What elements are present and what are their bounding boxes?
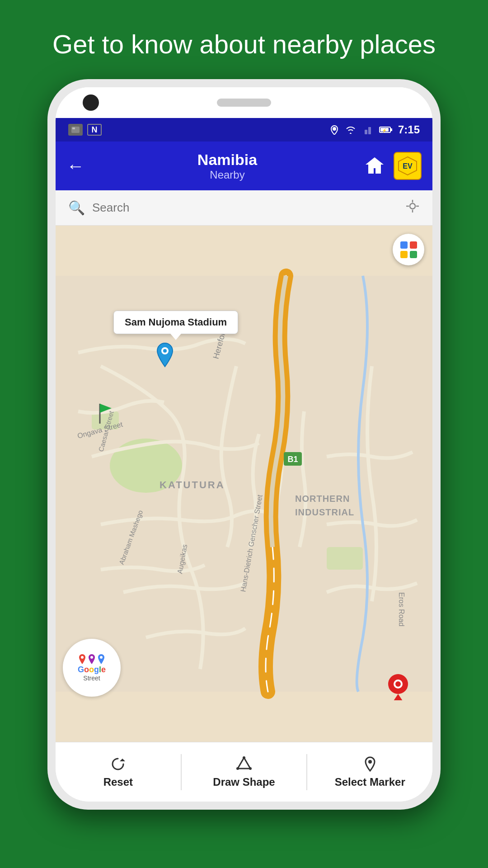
status-bar: N ⚡ 7:15 bbox=[56, 118, 432, 142]
home-button[interactable] bbox=[363, 154, 386, 179]
dot-1 bbox=[400, 241, 408, 249]
status-left-icons: N bbox=[68, 124, 102, 136]
svg-text:Eros Road: Eros Road bbox=[398, 592, 405, 627]
svg-rect-4 bbox=[365, 130, 367, 134]
draw-shape-label: Draw Shape bbox=[213, 776, 275, 788]
camera bbox=[83, 94, 99, 111]
svg-point-44 bbox=[243, 756, 245, 759]
home-icon bbox=[363, 154, 386, 177]
status-right-icons: ⚡ 7:15 bbox=[329, 123, 420, 136]
svg-point-2 bbox=[333, 127, 336, 131]
svg-rect-6 bbox=[390, 128, 392, 131]
status-time: 7:15 bbox=[398, 123, 420, 136]
reset-nav-item[interactable]: Reset bbox=[56, 756, 181, 788]
hero-title: Get to know about nearby places bbox=[52, 27, 436, 61]
select-marker-icon bbox=[362, 756, 378, 772]
location-status-icon bbox=[329, 125, 339, 135]
signal-icon bbox=[362, 125, 374, 134]
wifi-icon bbox=[345, 125, 357, 134]
street-text: Street bbox=[83, 675, 100, 682]
svg-point-45 bbox=[249, 767, 252, 770]
select-marker-nav-item[interactable]: Select Marker bbox=[307, 756, 432, 788]
notification-icon bbox=[68, 124, 83, 136]
svg-rect-3 bbox=[368, 127, 371, 134]
svg-marker-43 bbox=[238, 758, 250, 769]
select-marker-label: Select Marker bbox=[335, 776, 405, 788]
svg-point-33 bbox=[163, 349, 167, 353]
map-tooltip: Sam Nujoma Stadium bbox=[113, 311, 238, 334]
gps-icon[interactable] bbox=[405, 199, 420, 217]
back-button[interactable]: ← bbox=[66, 156, 84, 176]
ev-badge[interactable]: EV bbox=[394, 152, 422, 180]
map-area[interactable]: Hereford Caesar Street Abraham Mashego A… bbox=[56, 226, 432, 742]
phone-inner: N ⚡ 7:15 ← Namibia Nearby bbox=[56, 87, 432, 802]
phone-top-bar bbox=[56, 87, 432, 118]
svg-point-38 bbox=[395, 681, 401, 687]
city-name: Namibia bbox=[92, 151, 363, 169]
search-input[interactable] bbox=[92, 201, 405, 215]
search-icon: 🔍 bbox=[68, 200, 85, 216]
svg-text:KATUTURA: KATUTURA bbox=[160, 479, 225, 491]
bottom-nav: Reset Draw Shape Select Marker bbox=[56, 742, 432, 802]
phone-wrapper: N ⚡ 7:15 ← Namibia Nearby bbox=[47, 79, 441, 810]
reset-label: Reset bbox=[103, 776, 133, 788]
svg-rect-19 bbox=[327, 547, 363, 570]
map-pin-red[interactable] bbox=[387, 673, 409, 702]
app-bar-title: Namibia Nearby bbox=[92, 151, 363, 181]
dot-4 bbox=[410, 251, 417, 258]
search-bar: 🔍 bbox=[56, 190, 432, 226]
google-text-row: Google bbox=[78, 665, 106, 674]
dot-3 bbox=[400, 251, 408, 258]
grid-button[interactable] bbox=[393, 234, 424, 265]
svg-marker-42 bbox=[120, 759, 125, 761]
google-pins bbox=[78, 654, 105, 665]
grid-dots bbox=[400, 241, 417, 258]
dot-2 bbox=[410, 241, 417, 249]
svg-point-47 bbox=[368, 760, 372, 764]
svg-marker-35 bbox=[100, 404, 112, 413]
svg-point-41 bbox=[100, 656, 103, 659]
draw-shape-nav-item[interactable]: Draw Shape bbox=[182, 756, 307, 788]
reset-icon bbox=[110, 756, 126, 772]
app-bar-actions: EV bbox=[363, 152, 422, 180]
draw-shape-icon bbox=[236, 756, 252, 772]
svg-text:INDUSTRIAL: INDUSTRIAL bbox=[295, 507, 354, 517]
battery-icon: ⚡ bbox=[379, 126, 393, 134]
svg-rect-1 bbox=[72, 127, 75, 129]
app-bar: ← Namibia Nearby EV bbox=[56, 142, 432, 190]
svg-text:NORTHERN: NORTHERN bbox=[295, 494, 350, 504]
map-flag[interactable] bbox=[96, 402, 113, 426]
svg-text:⚡: ⚡ bbox=[382, 128, 387, 133]
city-subtitle: Nearby bbox=[92, 169, 363, 181]
hero-section: Get to know about nearby places bbox=[16, 0, 472, 79]
ev-icon: EV bbox=[398, 156, 418, 176]
svg-point-39 bbox=[81, 656, 84, 659]
svg-point-11 bbox=[410, 203, 415, 209]
svg-text:B1: B1 bbox=[287, 455, 298, 464]
svg-text:EV: EV bbox=[403, 162, 413, 170]
n-app-icon: N bbox=[87, 124, 102, 136]
svg-point-46 bbox=[236, 767, 239, 770]
speaker bbox=[217, 99, 271, 107]
google-street-badge[interactable]: Google Street bbox=[63, 639, 121, 697]
map-pin-blue[interactable] bbox=[155, 342, 175, 369]
svg-point-40 bbox=[90, 656, 93, 659]
